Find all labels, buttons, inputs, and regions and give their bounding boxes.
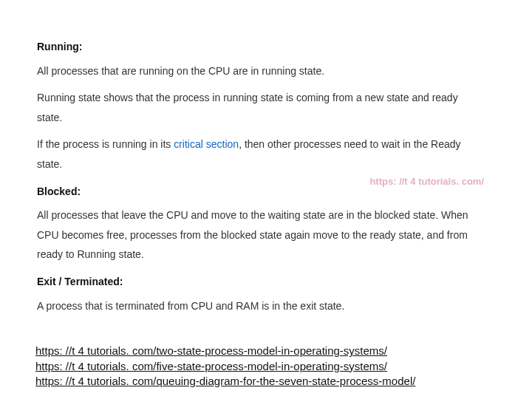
footer-link-five-state[interactable]: https: //t 4 tutorials. com/five-state-p… [35, 359, 415, 374]
heading-exit: Exit / Terminated: [37, 272, 480, 292]
paragraph: All processes that are running on the CP… [37, 61, 480, 81]
heading-running: Running: [37, 37, 480, 57]
link-critical-section[interactable]: critical section [174, 138, 239, 150]
paragraph: Running state shows that the process in … [37, 88, 480, 127]
paragraph: All processes that leave the CPU and mov… [37, 205, 480, 265]
footer-link-list: https: //t 4 tutorials. com/two-state-pr… [35, 344, 415, 389]
paragraph: If the process is running in its critica… [37, 134, 480, 174]
footer-link-queuing-diagram[interactable]: https: //t 4 tutorials. com/queuing-diag… [35, 374, 415, 389]
paragraph: A process that is terminated from CPU an… [37, 296, 480, 316]
text-fragment: If the process is running in its [37, 138, 174, 150]
watermark-url: https: //t 4 tutorials. com/ [369, 176, 484, 187]
footer-link-two-state[interactable]: https: //t 4 tutorials. com/two-state-pr… [35, 344, 415, 358]
